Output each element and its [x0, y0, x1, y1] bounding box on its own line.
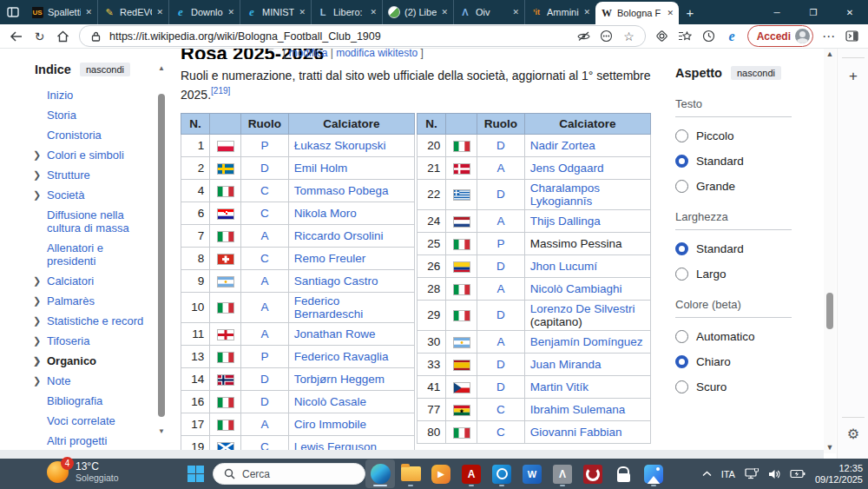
restore-button[interactable]: ❐: [795, 0, 832, 24]
address-bar[interactable]: https://it.wikipedia.org/wiki/Bologna_Fo…: [79, 25, 646, 47]
player-role[interactable]: C: [477, 398, 525, 420]
player-role[interactable]: D: [241, 390, 289, 413]
browser-tab[interactable]: (2) Libero✕: [382, 0, 453, 24]
sidebar-item-statistiche-e-record[interactable]: ❯Statistiche e record: [35, 311, 155, 331]
start-button[interactable]: [187, 466, 204, 482]
player-link[interactable]: Thijs Dallinga: [530, 215, 601, 228]
radio-option-standard[interactable]: Standard: [675, 155, 792, 168]
player-role[interactable]: A: [477, 156, 525, 179]
player-role[interactable]: A: [241, 292, 289, 322]
taskbar-app-photos-icon[interactable]: [639, 459, 668, 488]
tab-actions-icon[interactable]: [0, 0, 26, 24]
tab-close-icon[interactable]: ✕: [156, 8, 163, 17]
taskbar-search[interactable]: Cerca: [213, 463, 365, 485]
reference-link[interactable]: [219]: [211, 86, 230, 96]
player-link[interactable]: Riccardo Orsolini: [294, 229, 384, 242]
sidebar-toggle-icon[interactable]: [841, 26, 863, 47]
radio-unchecked-icon[interactable]: [675, 380, 688, 393]
chevron-right-icon[interactable]: ❯: [33, 274, 41, 287]
sidebar-item-strutture[interactable]: ❯Strutture: [35, 165, 155, 185]
player-link[interactable]: Lorenzo De Silvestri: [530, 302, 635, 315]
sidebar-item-inizio[interactable]: Inizio: [35, 85, 155, 105]
close-button[interactable]: ✕: [832, 0, 868, 24]
tab-close-icon[interactable]: ✕: [227, 8, 234, 17]
sidebar-item-note[interactable]: ❯Note: [35, 371, 155, 391]
sidebar-item-diffusione-nella-cultura-di-massa[interactable]: Diffusione nella cultura di massa: [35, 205, 155, 238]
taskbar-app-explorer-icon[interactable]: [396, 459, 425, 488]
url-text[interactable]: https://it.wikipedia.org/wiki/Bologna_Fo…: [109, 30, 570, 43]
player-link[interactable]: Nadir Zortea: [530, 139, 595, 152]
player-role[interactable]: D: [477, 179, 525, 209]
player-role[interactable]: D: [477, 375, 525, 398]
radio-unchecked-icon[interactable]: [675, 268, 688, 281]
sidebar-item-bibliografia[interactable]: Bibliografia: [35, 391, 155, 411]
radio-option-scuro[interactable]: Scuro: [675, 380, 792, 393]
toc-scrollbar[interactable]: ▲ ▼: [156, 64, 167, 436]
player-link[interactable]: Tommaso Pobega: [294, 184, 389, 197]
player-link[interactable]: Giovanni Fabbian: [530, 426, 622, 439]
player-link[interactable]: Juan Miranda: [530, 358, 602, 371]
volume-icon[interactable]: [768, 469, 780, 479]
player-role[interactable]: C: [241, 247, 289, 269]
edit-source-link[interactable]: modifica wikitesto: [336, 49, 418, 59]
home-icon[interactable]: [52, 26, 74, 47]
sidebar-item-palmar-s[interactable]: ❯Palmarès: [35, 291, 155, 311]
player-link[interactable]: Torbjørn Heggem: [294, 373, 385, 386]
player-role[interactable]: A: [241, 413, 289, 435]
player-role[interactable]: A: [477, 209, 525, 232]
chevron-right-icon[interactable]: ❯: [33, 294, 41, 307]
tab-close-icon[interactable]: ✕: [667, 9, 674, 17]
tab-close-icon[interactable]: ✕: [512, 8, 519, 17]
sidebar-item-colori-e-simboli[interactable]: ❯Colori e simboli: [35, 145, 155, 165]
taskbar-app-lock-icon[interactable]: [608, 459, 638, 488]
radio-option-grande[interactable]: Grande: [675, 180, 792, 193]
player-link[interactable]: Łukasz Skorupski: [294, 139, 386, 152]
sidebar-item-organico[interactable]: ❯Organico: [35, 351, 155, 371]
chevron-right-icon[interactable]: ❯: [33, 374, 41, 387]
collections-icon[interactable]: [651, 26, 673, 47]
tab-close-icon[interactable]: ✕: [583, 8, 590, 17]
chevron-right-icon[interactable]: ❯: [33, 169, 41, 182]
browser-tab[interactable]: ✎RedEVO: C✕: [97, 0, 168, 24]
radio-unchecked-icon[interactable]: [675, 180, 688, 193]
player-link[interactable]: Ibrahim Sulemana: [530, 403, 626, 416]
network-icon[interactable]: [745, 468, 759, 479]
tab-close-icon[interactable]: ✕: [299, 8, 306, 17]
weather-widget[interactable]: 4 13°C Soleggiato: [47, 460, 119, 483]
player-link[interactable]: Ciro Immobile: [294, 418, 366, 431]
browser-tab[interactable]: WBologna F✕: [595, 2, 679, 24]
minimize-button[interactable]: ─: [759, 0, 795, 24]
taskbar-app-bank-icon[interactable]: [578, 459, 608, 488]
player-link[interactable]: Jhon Lucumí: [530, 260, 597, 273]
sidebar-item-allenatori-e-presidenti[interactable]: Allenatori e presidenti: [35, 238, 155, 271]
clock[interactable]: 12:35 09/12/2025: [815, 463, 863, 486]
taskbar-app-acrobat-icon[interactable]: A: [457, 459, 486, 488]
accedi-button[interactable]: Accedi: [747, 25, 813, 47]
radio-checked-icon[interactable]: [675, 155, 688, 168]
radio-option-standard[interactable]: Standard: [675, 242, 792, 255]
sidebar-item-calciatori[interactable]: ❯Calciatori: [35, 271, 155, 291]
browser-tab[interactable]: LLibero: M✕: [311, 0, 382, 24]
hidden-eye-icon[interactable]: [575, 28, 593, 45]
chevron-right-icon[interactable]: ❯: [33, 334, 41, 347]
favorites-list-icon[interactable]: [674, 26, 696, 47]
chevron-right-icon[interactable]: ❯: [33, 149, 41, 162]
scroll-up-icon[interactable]: ▲: [826, 49, 834, 60]
sidebar-add-button[interactable]: +: [838, 68, 868, 85]
player-link[interactable]: Nicolò Casale: [294, 395, 366, 408]
toc-hide-button[interactable]: nascondi: [80, 63, 130, 76]
radio-unchecked-icon[interactable]: [675, 330, 688, 343]
player-role[interactable]: C: [241, 202, 289, 224]
radio-option-chiaro[interactable]: Chiaro: [675, 355, 792, 368]
taskbar-app-media-icon[interactable]: ▶: [426, 459, 456, 488]
taskbar-app-lambda-icon[interactable]: Λ: [548, 459, 577, 488]
player-role[interactable]: C: [241, 179, 289, 202]
player-link[interactable]: Benjamín Domínguez: [530, 335, 643, 348]
chevron-right-icon[interactable]: ❯: [33, 314, 41, 327]
back-icon[interactable]: [5, 26, 27, 47]
tab-close-icon[interactable]: ✕: [441, 8, 448, 17]
radio-option-automatico[interactable]: Automatico: [675, 330, 792, 343]
battery-icon[interactable]: [790, 469, 806, 479]
player-role[interactable]: P: [477, 232, 525, 254]
settings-gear-icon[interactable]: ⚙: [838, 426, 868, 442]
